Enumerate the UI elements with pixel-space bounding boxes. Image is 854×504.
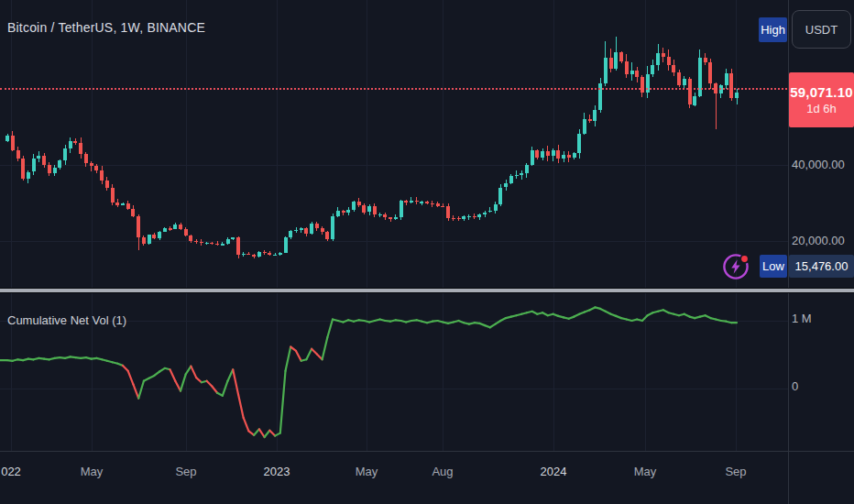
- candle-body: [273, 255, 277, 256]
- candle-body: [304, 228, 308, 234]
- current-price-dotted-line: [0, 88, 787, 90]
- candle-body: [300, 228, 303, 229]
- candle-body: [336, 211, 340, 216]
- candle-body: [729, 73, 733, 98]
- candle-body: [389, 217, 392, 218]
- candle-body: [704, 58, 707, 62]
- pane-separator-handle[interactable]: [0, 288, 854, 293]
- candle-body: [400, 201, 403, 216]
- time-scale-label: May: [81, 465, 104, 478]
- candle-body: [698, 58, 702, 96]
- candle-body: [246, 254, 250, 255]
- candle-body: [37, 156, 40, 159]
- candle-body: [158, 232, 161, 238]
- candle-body: [169, 228, 172, 229]
- candle-body: [100, 170, 104, 180]
- candle-body: [331, 216, 334, 239]
- candle-body: [357, 202, 361, 205]
- candle-body: [126, 203, 130, 209]
- candle-body: [346, 210, 350, 213]
- currency-usdt-button[interactable]: USDT: [792, 10, 851, 49]
- candle-body: [630, 71, 634, 74]
- candle-body: [420, 202, 423, 203]
- candle-body: [556, 150, 560, 159]
- last-price-badge: 59,071.10 1d 6h: [789, 72, 854, 127]
- candle-body: [515, 175, 519, 176]
- time-axis-border: [0, 451, 854, 452]
- candle-body: [498, 188, 502, 204]
- candle-body: [683, 79, 686, 86]
- candle-body: [656, 53, 660, 65]
- candle-body: [552, 150, 555, 157]
- candle-body: [205, 243, 209, 244]
- candle-body: [121, 203, 125, 205]
- candle-body: [210, 243, 214, 244]
- candle-body: [609, 58, 613, 70]
- low-price-value: 15,476.00: [789, 255, 854, 278]
- candle-body: [651, 65, 654, 74]
- candle-body: [567, 155, 571, 158]
- candle-body: [231, 237, 235, 238]
- candle-body: [708, 62, 712, 83]
- candle-body: [640, 77, 644, 93]
- candle-wick: [521, 170, 522, 179]
- candle-body: [179, 225, 182, 229]
- candle-body: [672, 65, 675, 72]
- candle-body: [431, 203, 434, 204]
- candle-body: [315, 224, 319, 228]
- candle-body: [310, 224, 313, 235]
- time-scale-label: Aug: [432, 465, 453, 478]
- candle-body: [90, 163, 93, 166]
- candle-body: [535, 150, 539, 158]
- candle-body: [436, 203, 440, 206]
- candle-body: [111, 188, 115, 203]
- candle-body: [410, 201, 413, 203]
- indicator-pane[interactable]: [0, 294, 788, 451]
- price-scale-label: 0: [792, 379, 798, 393]
- candle-body: [546, 151, 550, 157]
- candle-body: [69, 141, 72, 148]
- candle-body: [131, 209, 135, 216]
- candle-body: [525, 165, 529, 173]
- price-scale-label: 1 M: [792, 312, 812, 325]
- lightning-action-button[interactable]: [721, 252, 750, 281]
- candle-body: [321, 228, 324, 232]
- candle-body: [173, 225, 177, 229]
- candle-body: [226, 239, 230, 245]
- candle-body: [635, 71, 639, 78]
- time-scale-label: May: [356, 465, 378, 478]
- candle-body: [11, 136, 15, 150]
- candle-body: [362, 205, 366, 213]
- candle-body: [425, 202, 429, 203]
- candle-body: [725, 73, 728, 85]
- candle-body: [520, 173, 523, 175]
- candle-body: [541, 151, 544, 159]
- candle-body: [467, 216, 471, 217]
- candle-body: [494, 204, 498, 211]
- candle-body: [625, 61, 629, 74]
- candle-body: [688, 79, 692, 105]
- candle-body: [184, 229, 188, 236]
- candle-body: [5, 136, 9, 141]
- candle-body: [394, 217, 398, 219]
- candle-body: [94, 166, 98, 170]
- candle-body: [221, 244, 224, 245]
- time-scale-label: 2024: [541, 465, 567, 478]
- bar-countdown: 1d 6h: [806, 102, 837, 115]
- candle-body: [462, 216, 465, 219]
- notification-dot: [741, 256, 748, 262]
- candle-body: [73, 141, 77, 143]
- time-scale-label: Sep: [175, 465, 196, 478]
- price-scale-label: 20,000.00: [792, 234, 845, 247]
- low-label-badge: Low: [760, 255, 787, 278]
- candle-body: [588, 119, 592, 121]
- candle-body: [415, 201, 419, 202]
- candle-body: [562, 155, 565, 159]
- candle-body: [279, 253, 282, 255]
- candle-body: [593, 110, 597, 121]
- time-scale-label: 022: [1, 465, 21, 478]
- candle-body: [242, 254, 246, 256]
- time-scale-label: 2023: [264, 465, 290, 478]
- main-price-pane[interactable]: [0, 0, 788, 289]
- candle-body: [84, 154, 88, 163]
